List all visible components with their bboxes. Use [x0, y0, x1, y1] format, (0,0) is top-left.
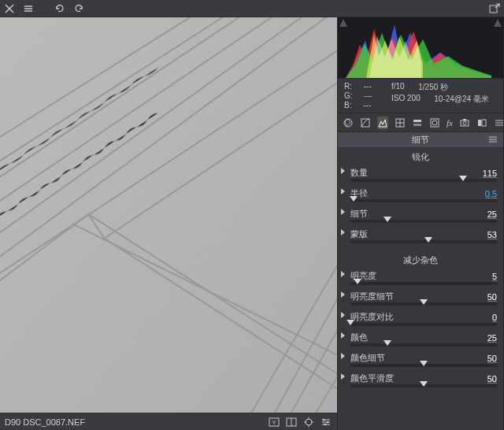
disclosure-icon[interactable] [341, 229, 345, 235]
noise-value[interactable]: 25 [450, 333, 497, 343]
tab-effects-icon[interactable]: fx [447, 117, 453, 129]
slider-handle-icon[interactable] [459, 176, 467, 181]
image-preview[interactable] [0, 17, 337, 413]
metadata-panel: R: --- G: --- B: --- f/10 1/250 秒 ISO 20… [338, 79, 503, 113]
slider-handle-icon[interactable] [424, 237, 432, 243]
sharpen-value[interactable]: 53 [450, 230, 497, 239]
popout-icon[interactable] [488, 2, 501, 15]
svg-rect-0 [490, 6, 497, 13]
svg-rect-15 [413, 124, 421, 126]
highlight-clip-icon[interactable] [494, 19, 502, 27]
slider-handle-icon[interactable] [350, 196, 358, 202]
tab-color-icon[interactable] [395, 117, 406, 129]
lens: 10-24@24 毫米 [434, 94, 489, 105]
svg-point-17 [432, 120, 437, 125]
noise-slider[interactable] [350, 282, 497, 285]
noise-label: 明亮度对比 [350, 311, 398, 323]
svg-rect-22 [482, 120, 486, 126]
disclosure-icon[interactable] [341, 271, 345, 277]
svg-rect-19 [463, 119, 466, 120]
sharpen-slider[interactable] [350, 220, 497, 223]
redo-icon[interactable] [72, 2, 85, 15]
tab-aperture-icon[interactable] [343, 117, 354, 129]
slider-handle-icon[interactable] [346, 320, 354, 325]
r-label: R: [344, 82, 352, 91]
svg-point-9 [327, 421, 329, 423]
tab-camera-icon[interactable] [459, 117, 470, 129]
disclosure-icon[interactable] [341, 291, 345, 298]
undo-icon[interactable] [54, 2, 66, 15]
slider-handle-icon[interactable] [420, 381, 428, 387]
noise-slider[interactable] [350, 384, 497, 387]
svg-rect-12 [361, 119, 369, 127]
disclosure-icon[interactable] [341, 168, 345, 174]
detail-section-header[interactable]: 细节 [338, 132, 503, 148]
tab-split-icon[interactable] [412, 117, 423, 129]
shadow-clip-icon[interactable] [339, 19, 347, 27]
tab-preset2-icon[interactable] [494, 117, 504, 129]
sharpen-value[interactable]: 115 [450, 169, 497, 178]
histogram[interactable] [338, 17, 503, 79]
detail-title: 细节 [412, 134, 429, 146]
noise-slider[interactable] [350, 323, 497, 326]
sharpen-row: 数量115 [338, 165, 503, 179]
noise-value[interactable]: 0 [450, 313, 497, 322]
section-menu-icon[interactable] [487, 134, 500, 146]
sharpen-label: 半径 [350, 187, 398, 199]
sliders-icon[interactable] [320, 416, 332, 428]
slider-handle-icon[interactable] [384, 340, 391, 346]
svg-point-10 [324, 423, 327, 425]
target-icon[interactable] [302, 416, 315, 428]
disclosure-icon[interactable] [341, 332, 345, 339]
slider-handle-icon[interactable] [384, 217, 391, 222]
main-toolbar [0, 0, 504, 17]
slider-handle-icon[interactable] [354, 279, 361, 284]
sharpen-slider[interactable] [350, 199, 497, 202]
tab-detail-icon[interactable] [377, 117, 388, 129]
g-label: G: [344, 91, 353, 100]
sharpen-value[interactable]: 25 [450, 209, 497, 219]
noise-slider[interactable] [350, 343, 497, 347]
tab-lens-icon[interactable] [429, 117, 440, 129]
noise-value[interactable]: 50 [450, 292, 497, 302]
split-icon[interactable] [285, 416, 298, 428]
status-bar: D90 DSC_0087.NEF Y [0, 413, 337, 430]
sharpen-row: 半径0.5 [338, 185, 503, 199]
side-panel: R: --- G: --- B: --- f/10 1/250 秒 ISO 20… [337, 17, 504, 430]
disclosure-icon[interactable] [341, 353, 345, 359]
noise-value[interactable]: 50 [450, 354, 497, 363]
svg-rect-14 [413, 120, 421, 122]
shutter: 1/250 秒 [418, 82, 448, 93]
sharpen-slider[interactable] [350, 240, 497, 243]
disclosure-icon[interactable] [341, 312, 345, 318]
sharpen-slider[interactable] [350, 179, 497, 182]
sharpen-group-title: 锐化 [338, 148, 503, 165]
menu-icon[interactable] [22, 2, 35, 15]
tab-curve-icon[interactable] [360, 117, 371, 129]
noise-row: 明亮度5 [338, 268, 503, 282]
sharpen-label: 蒙版 [350, 228, 398, 240]
svg-point-7 [306, 419, 312, 425]
tab-preset1-icon[interactable] [476, 117, 487, 129]
g-value: --- [364, 91, 372, 100]
noise-label: 明亮度细节 [350, 291, 398, 302]
noise-row: 颜色25 [338, 329, 503, 343]
svg-point-20 [463, 121, 466, 124]
sharpen-row: 细节25 [338, 206, 503, 220]
close-icon[interactable] [3, 2, 16, 15]
disclosure-icon[interactable] [341, 373, 345, 380]
noise-slider[interactable] [350, 364, 497, 367]
disclosure-icon[interactable] [341, 209, 345, 215]
noise-label: 颜色细节 [350, 352, 398, 364]
disclosure-icon[interactable] [341, 188, 345, 195]
slider-handle-icon[interactable] [420, 299, 428, 305]
aperture: f/10 [391, 82, 405, 93]
svg-rect-2 [0, 17, 337, 413]
noise-slider[interactable] [350, 302, 497, 306]
noise-row: 明亮度对比0 [338, 309, 503, 323]
slider-handle-icon[interactable] [420, 361, 428, 366]
noise-value[interactable]: 50 [450, 374, 497, 384]
sharpen-value[interactable]: 0.5 [450, 189, 497, 198]
noise-value[interactable]: 5 [450, 272, 497, 281]
compare-y-icon[interactable]: Y [268, 416, 280, 428]
